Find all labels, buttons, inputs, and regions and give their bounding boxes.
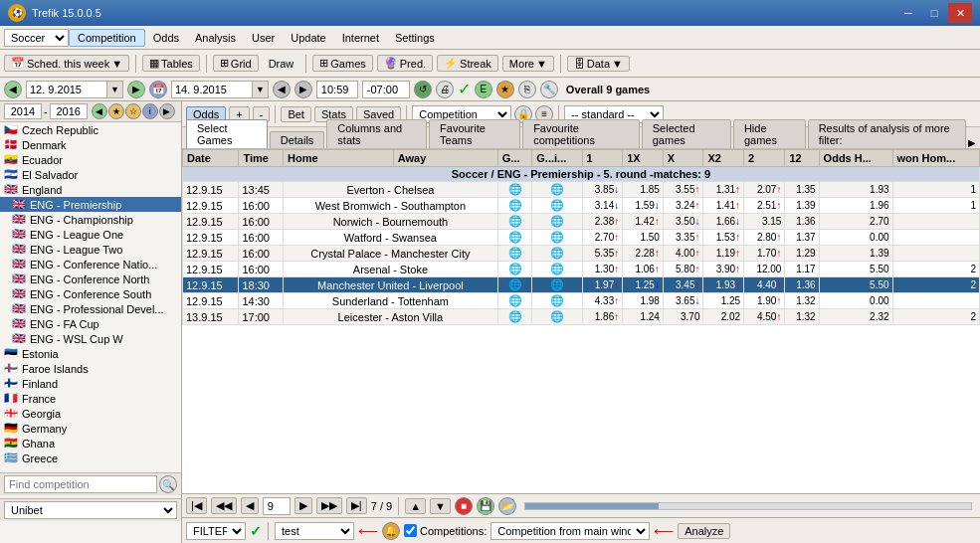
table-row[interactable]: 12.9.1516:00West Bromwich - Southampton🌐…: [183, 198, 980, 214]
sidebar-item-20[interactable]: 🇩🇪Germany: [0, 421, 181, 436]
globe2-cell-7[interactable]: 🌐: [532, 293, 582, 309]
sidebar-item-14[interactable]: 🇬🇧ENG - WSL Cup W: [0, 331, 181, 346]
sidebar-item-19[interactable]: 🇬🇪Georgia: [0, 406, 181, 421]
year-next-btn[interactable]: ▶: [159, 103, 175, 119]
table-row[interactable]: 12.9.1514:30Sunderland - Tottenham🌐🌐4.33…: [183, 293, 980, 309]
globe2-cell-8[interactable]: 🌐: [532, 309, 582, 325]
globe1-cell-3[interactable]: 🌐: [497, 230, 532, 246]
data-button[interactable]: 🗄 Data ▼: [567, 56, 630, 72]
globe1-cell-7[interactable]: 🌐: [497, 293, 532, 309]
globe2-cell-3[interactable]: 🌐: [532, 230, 582, 246]
more-button[interactable]: More ▼: [502, 56, 554, 72]
globe2-cell-6[interactable]: 🌐: [532, 277, 582, 293]
wrench-btn[interactable]: 🔧: [540, 81, 558, 98]
stop-btn[interactable]: ■: [455, 497, 473, 515]
globe1-cell-0[interactable]: 🌐: [497, 182, 532, 198]
year-star-btn[interactable]: ★: [108, 103, 124, 119]
grid-button[interactable]: ⊞ Grid: [213, 55, 259, 72]
tab-fav-competitions[interactable]: Favourite competitions: [522, 119, 640, 148]
table-row[interactable]: 12.9.1516:00Watford - Swansea🌐🌐2.70↑1.50…: [183, 230, 980, 246]
prev5-btn[interactable]: ◀◀: [211, 497, 237, 514]
sidebar-item-13[interactable]: 🇬🇧ENG - FA Cup: [0, 316, 181, 331]
tab-hide-games[interactable]: Hide games: [733, 119, 806, 148]
globe1-cell-6[interactable]: 🌐: [497, 277, 532, 293]
globe1-cell-8[interactable]: 🌐: [497, 309, 532, 325]
prev-btn[interactable]: ◀: [241, 497, 259, 514]
sidebar-item-4[interactable]: 🇬🇧England: [0, 182, 181, 197]
competition-main-select[interactable]: Competition from main window: [490, 522, 650, 540]
year-prev-btn[interactable]: ◀: [92, 103, 107, 119]
tab-columns-stats[interactable]: Columns and stats: [326, 119, 427, 148]
filter-select[interactable]: FILTER: [186, 522, 246, 540]
table-row[interactable]: 12.9.1516:00Norwich - Bournemouth🌐🌐2.38↑…: [183, 214, 980, 230]
tab-selected-games[interactable]: Selected games: [642, 119, 731, 148]
sidebar-item-3[interactable]: 🇸🇻El Salvador: [0, 167, 181, 182]
date-cal-btn[interactable]: 📅: [149, 81, 167, 98]
sidebar-item-9[interactable]: 🇬🇧ENG - Conference Natio...: [0, 257, 181, 272]
analyze-btn[interactable]: Analyze: [678, 523, 730, 539]
sidebar-item-16[interactable]: 🇫🇴Faroe Islands: [0, 361, 181, 376]
sidebar-item-18[interactable]: 🇫🇷France: [0, 391, 181, 406]
globe2-cell-4[interactable]: 🌐: [532, 246, 582, 262]
sidebar-item-7[interactable]: 🇬🇧ENG - League One: [0, 227, 181, 242]
date2-arrow[interactable]: ▼: [252, 82, 268, 97]
year-end-input[interactable]: [50, 103, 88, 119]
bell-icon[interactable]: 🔔: [382, 522, 400, 540]
tz-input[interactable]: [362, 81, 410, 98]
year-star2-btn[interactable]: ☆: [125, 103, 141, 119]
sidebar-item-15[interactable]: 🇪🇪Estonia: [0, 346, 181, 361]
globe2-cell-0[interactable]: 🌐: [532, 182, 582, 198]
globe2-cell-1[interactable]: 🌐: [532, 198, 582, 214]
tab-fav-teams[interactable]: Favourite Teams: [429, 119, 520, 148]
globe2-cell-5[interactable]: 🌐: [532, 262, 582, 277]
date1-fwd-btn[interactable]: ▶: [127, 81, 145, 98]
excel-btn[interactable]: E: [475, 81, 492, 98]
find-icon[interactable]: 🔍: [159, 475, 177, 493]
save-filter-btn[interactable]: 💾: [477, 497, 494, 515]
date2-combo[interactable]: ▼: [171, 81, 269, 98]
date2-prev-btn[interactable]: ◀: [273, 81, 291, 98]
sidebar-item-17[interactable]: 🇫🇮Finland: [0, 376, 181, 391]
star-btn[interactable]: ★: [496, 81, 514, 98]
sport-select[interactable]: Soccer: [4, 29, 69, 47]
menu-competition[interactable]: Competition: [69, 29, 145, 47]
page-input[interactable]: [263, 497, 291, 515]
menu-analysis[interactable]: Analysis: [187, 30, 244, 46]
filter-next-btn[interactable]: ▼: [430, 498, 451, 514]
year-start-input[interactable]: [4, 103, 42, 119]
globe1-cell-1[interactable]: 🌐: [497, 198, 532, 214]
globe2-cell-2[interactable]: 🌐: [532, 214, 582, 230]
date2-input[interactable]: [172, 83, 252, 96]
bet-btn[interactable]: Bet: [281, 106, 311, 122]
menu-odds[interactable]: Odds: [145, 30, 187, 46]
tab-details[interactable]: Details: [270, 131, 325, 148]
sidebar-item-6[interactable]: 🇬🇧ENG - Championship: [0, 212, 181, 227]
sidebar-item-5[interactable]: 🇬🇧ENG - Premiership: [0, 197, 181, 212]
competitions-check-label[interactable]: Competitions:: [404, 524, 487, 537]
find-competition-input[interactable]: [4, 475, 157, 493]
pred-button[interactable]: 🔮 Pred.: [377, 55, 433, 72]
table-row[interactable]: 12.9.1516:00Arsenal - Stoke🌐🌐1.30↑1.06↑5…: [183, 262, 980, 277]
time-input[interactable]: [316, 81, 358, 98]
table-row[interactable]: 12.9.1518:30Manchester United - Liverpoo…: [183, 277, 980, 293]
print-btn[interactable]: 🖨: [436, 81, 454, 98]
refresh-btn[interactable]: ↺: [414, 81, 432, 98]
next5-btn[interactable]: ▶▶: [316, 497, 342, 514]
tab-scroll-right[interactable]: ▶: [968, 137, 976, 148]
year-info-btn[interactable]: i: [142, 103, 158, 119]
sidebar-item-8[interactable]: 🇬🇧ENG - League Two: [0, 242, 181, 257]
table-row[interactable]: 13.9.1517:00Leicester - Aston Villa🌐🌐1.8…: [183, 309, 980, 325]
globe1-cell-2[interactable]: 🌐: [497, 214, 532, 230]
last-btn[interactable]: ▶|: [346, 497, 367, 514]
sidebar-item-2[interactable]: 🇪🇨Ecuador: [0, 152, 181, 167]
date1-arrow[interactable]: ▼: [106, 82, 122, 97]
copy-btn[interactable]: ⎘: [518, 81, 536, 98]
tab-results[interactable]: Results of analysis of more filter:: [808, 119, 966, 148]
streak-button[interactable]: ⚡ Streak: [437, 55, 498, 72]
table-row[interactable]: 12.9.1513:45Everton - Chelsea🌐🌐3.85↓1.85…: [183, 182, 980, 198]
date2-fwd-btn[interactable]: ▶: [294, 81, 312, 98]
globe1-cell-4[interactable]: 🌐: [497, 246, 532, 262]
tab-select-games[interactable]: Select Games: [186, 119, 268, 148]
sidebar-item-12[interactable]: 🇬🇧ENG - Professional Devel...: [0, 301, 181, 316]
competitions-checkbox[interactable]: [404, 524, 417, 537]
